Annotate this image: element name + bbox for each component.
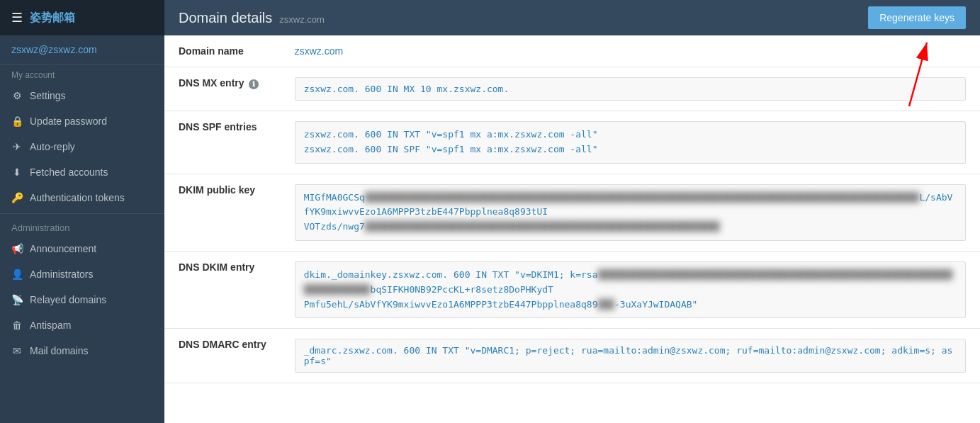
settings-icon: ⚙	[11, 90, 23, 101]
domain-details-table: Domain name zsxwz.com DNS MX entry ℹ zsx…	[164, 35, 980, 383]
key-icon: 🔑	[11, 192, 23, 203]
sidebar-item-label: Announcement	[30, 243, 96, 254]
dns-dmarc-row: DNS DMARC entry _dmarc.zsxwz.com. 600 IN…	[164, 329, 980, 383]
dkim-line1-blurred: ████████████████████████████████████████…	[365, 192, 920, 203]
download-icon: ⬇	[11, 167, 23, 178]
sidebar-item-update-password[interactable]: 🔒 Update password	[0, 108, 164, 134]
user-email: zsxwz@zsxwz.com	[0, 35, 164, 64]
domain-name-value: zsxwz.com	[295, 45, 343, 57]
dns-dkim-value: dkim._domainkey.zsxwz.com. 600 IN TXT "v…	[295, 261, 966, 318]
sidebar-item-label: Relayed domains	[30, 294, 106, 305]
dns-dmarc-value: _dmarc.zsxwz.com. 600 IN TXT "v=DMARC1; …	[295, 339, 966, 373]
regenerate-keys-button[interactable]: Regenerate keys	[868, 6, 966, 29]
dns-dkim-row: DNS DKIM entry dkim._domainkey.zsxwz.com…	[164, 251, 980, 328]
sidebar-divider	[0, 213, 164, 214]
dns-mx-label: DNS MX entry ℹ	[164, 67, 281, 111]
domain-name-row: Domain name zsxwz.com	[164, 35, 980, 67]
sidebar-item-administrators[interactable]: 👤 Administrators	[0, 261, 164, 287]
relay-icon: 📡	[11, 294, 23, 305]
antispam-icon: 🗑	[11, 320, 23, 331]
mail-icon: ✉	[11, 345, 23, 356]
dns-dkim-line1-end: bqSIFKH0NB92PccKL+r8setz8DoPHKydT	[371, 284, 553, 295]
dns-spf-row: DNS SPF entries zsxwz.com. 600 IN TXT "v…	[164, 111, 980, 174]
dns-spf-value: zsxwz.com. 600 IN TXT "v=spf1 mx a:mx.zs…	[295, 121, 966, 164]
sidebar-item-relayed-domains[interactable]: 📡 Relayed domains	[0, 287, 164, 312]
page-title: Domain details	[179, 10, 272, 26]
dkim-line1-start: MIGfMA0GCSq	[304, 192, 365, 203]
dns-spf-line1: zsxwz.com. 600 IN TXT "v=spf1 mx a:mx.zs…	[304, 129, 598, 140]
main-content: Domain details zsxwz.com Regenerate keys…	[164, 0, 980, 423]
sidebar-item-label: Antispam	[30, 320, 71, 331]
auto-reply-icon: ✈	[11, 141, 23, 152]
dns-mx-row: DNS MX entry ℹ zsxwz.com. 600 IN MX 10 m…	[164, 67, 980, 111]
sidebar-item-auto-reply[interactable]: ✈ Auto-reply	[0, 134, 164, 159]
dns-dmarc-label: DNS DMARC entry	[164, 329, 281, 383]
dns-spf-label: DNS SPF entries	[164, 111, 281, 174]
dns-dkim-line2-start: Pmfu5ehL/sAbVfYK9mxiwvvEzo1A6MPPP3tzbE44…	[304, 299, 598, 310]
admin-icon: 👤	[11, 269, 23, 280]
sidebar-item-authentication-tokens[interactable]: 🔑 Authentication tokens	[0, 185, 164, 210]
sidebar-item-fetched-accounts[interactable]: ⬇ Fetched accounts	[0, 159, 164, 185]
sidebar-item-label: Update password	[30, 115, 107, 127]
dns-dkim-line2-end: -3uXaYJwIDAQAB"	[614, 299, 697, 310]
sidebar-item-antispam[interactable]: 🗑 Antispam	[0, 312, 164, 338]
sidebar-item-label: Administrators	[30, 269, 93, 280]
domain-name-label: Domain name	[164, 35, 281, 67]
sidebar-item-label: Settings	[30, 90, 66, 101]
domain-subtitle: zsxwz.com	[279, 14, 325, 25]
main-header: Domain details zsxwz.com Regenerate keys	[164, 0, 980, 35]
sidebar-item-label: Authentication tokens	[30, 192, 125, 203]
dkim-label: DKIM public key	[164, 174, 281, 251]
page-title-group: Domain details zsxwz.com	[179, 10, 325, 26]
app-title: 姿势邮箱	[30, 11, 75, 26]
dns-dkim-line1-start: dkim._domainkey.zsxwz.com. 600 IN TXT "v…	[304, 269, 598, 280]
dkim-key-row: DKIM public key MIGfMA0GCSq█████████████…	[164, 174, 980, 251]
lock-icon: 🔒	[11, 115, 23, 127]
dns-dkim-label: DNS DKIM entry	[164, 251, 281, 328]
sidebar: ☰ 姿势邮箱 zsxwz@zsxwz.com My account ⚙ Sett…	[0, 0, 164, 423]
sidebar-item-announcement[interactable]: 📢 Announcement	[0, 236, 164, 261]
sidebar-item-label: Fetched accounts	[30, 167, 108, 178]
dns-mx-info-icon[interactable]: ℹ	[249, 79, 259, 89]
sidebar-item-settings[interactable]: ⚙ Settings	[0, 83, 164, 108]
sidebar-item-label: Mail domains	[30, 345, 88, 356]
dns-dkim-line2-blurred: ███	[598, 299, 614, 310]
sidebar-item-label: Auto-reply	[30, 141, 75, 152]
dkim-line2-start: VOTzds/nwg7	[304, 221, 365, 232]
dkim-value: MIGfMA0GCSq█████████████████████████████…	[295, 184, 966, 241]
sidebar-header: ☰ 姿势邮箱	[0, 0, 164, 35]
sidebar-item-mail-domains[interactable]: ✉ Mail domains	[0, 338, 164, 363]
hamburger-icon[interactable]: ☰	[11, 10, 23, 26]
main-body: Domain name zsxwz.com DNS MX entry ℹ zsx…	[164, 35, 980, 423]
dkim-line2-blurred: ████████████████████████████████████████…	[365, 221, 720, 232]
administration-label: Administration	[0, 217, 164, 236]
my-account-label: My account	[0, 64, 164, 83]
dns-spf-line2: zsxwz.com. 600 IN SPF "v=spf1 mx a:mx.zs…	[304, 144, 598, 154]
announcement-icon: 📢	[11, 243, 23, 254]
dns-mx-value: zsxwz.com. 600 IN MX 10 mx.zsxwz.com.	[295, 77, 966, 101]
